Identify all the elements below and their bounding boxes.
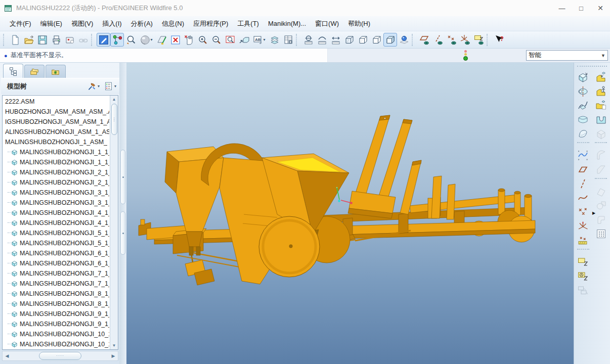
tree-filters-button[interactable]	[87, 81, 100, 91]
annotations-toggle[interactable]	[472, 33, 486, 47]
refit-button[interactable]	[223, 33, 237, 47]
tree-item[interactable]: MALINGSHUBOZHONGJI_4_1_	[3, 218, 109, 228]
favorites-tab[interactable]	[46, 65, 66, 78]
enhanced-realism-button[interactable]	[397, 33, 411, 47]
datum-axis-tool[interactable]	[576, 176, 590, 191]
reorient-button[interactable]	[237, 33, 250, 47]
tree-vertical-scrollbar[interactable]: ▲ ▼	[110, 96, 118, 349]
open-button[interactable]	[22, 33, 35, 47]
datum-plane-tool[interactable]	[576, 162, 590, 176]
tree-item[interactable]: MALINGSHUBOZHONGJI_3_1_	[3, 188, 109, 198]
measure-distance-button[interactable]	[329, 33, 342, 47]
maximize-button[interactable]: □	[572, 2, 591, 15]
datum-points-toggle[interactable]	[445, 33, 458, 47]
tree-item[interactable]: MALINGSHUBOZHONGJI_1_ASM_	[3, 137, 109, 147]
title-bar[interactable]: MALINGSHU2222 (活动的) - Pro/ENGINEER Wildf…	[0, 0, 610, 16]
menu-insert[interactable]: 插入(I)	[98, 17, 126, 30]
zoom-out-button[interactable]	[209, 33, 223, 47]
tree-vscroll-thumb[interactable]	[111, 104, 117, 135]
tree-item[interactable]: HUBOZHONGJI_ASM_ASM_ASM_.A	[3, 107, 109, 117]
assemble-button[interactable]	[594, 70, 608, 84]
tree-columns-button[interactable]	[104, 81, 116, 91]
menu-applications[interactable]: 应用程序(P)	[189, 17, 233, 30]
regeneration-status-icon[interactable]	[462, 50, 468, 61]
datum-csys-toggle[interactable]	[458, 33, 472, 47]
sweep-tool[interactable]	[576, 98, 590, 112]
menu-help[interactable]: 帮助(H)	[343, 17, 375, 30]
pattern-tool[interactable]	[594, 226, 608, 241]
tree-item[interactable]: MALINGSHUBOZHONGJI_8_1_	[3, 289, 109, 299]
minimize-button[interactable]: —	[552, 2, 572, 15]
hidden-line-button[interactable]	[356, 33, 370, 47]
datum-curve-tool[interactable]	[576, 191, 590, 205]
chevron-down-icon[interactable]: ▼	[601, 53, 605, 58]
model-tree-toggle-button[interactable]	[110, 33, 124, 47]
datum-planes-toggle[interactable]	[417, 33, 431, 47]
toolbar-gripper[interactable]	[577, 66, 607, 68]
shell-tool[interactable]	[594, 126, 608, 141]
save-button[interactable]	[35, 33, 49, 47]
3d-model-potato-planter[interactable]	[126, 63, 574, 364]
tree-item[interactable]: MALINGSHUBOZHONGJI_6_1_	[3, 258, 109, 268]
graphics-viewport[interactable]	[126, 63, 574, 364]
scroll-down-icon[interactable]: ▼	[111, 342, 118, 349]
delete-button[interactable]	[168, 33, 182, 47]
scroll-up-icon[interactable]: ▲	[111, 96, 118, 103]
selection-filter-button[interactable]	[97, 33, 110, 47]
menu-view[interactable]: 视图(V)	[67, 17, 98, 30]
flyout-arrow-icon[interactable]: ▶	[592, 211, 595, 215]
tree-item[interactable]: MALINGSHUBOZHONGJI_3_1_	[3, 198, 109, 208]
create-component-button[interactable]	[594, 84, 608, 98]
tree-item[interactable]: MALINGSHUBOZHONGJI_7_1_	[3, 279, 109, 289]
tree-item[interactable]: ALINGSHUBOZHONGJI_ASM_1_ASM	[3, 127, 109, 137]
wireframe-button[interactable]	[342, 33, 356, 47]
menu-manikin[interactable]: Manikin(M)...	[264, 18, 311, 29]
hole-tool[interactable]	[594, 112, 608, 126]
menu-analysis[interactable]: 分析(A)	[126, 17, 157, 30]
tree-item[interactable]: MALINGSHUBOZHONGJI_7_1_	[3, 268, 109, 279]
annotation-review-tool[interactable]	[576, 283, 590, 297]
datum-target-tool[interactable]	[576, 233, 590, 247]
extrude-tool[interactable]	[576, 70, 590, 84]
splitter-sash-handle[interactable]	[120, 150, 125, 204]
folder-browser-tab[interactable]	[24, 65, 45, 78]
shaded-button[interactable]	[383, 33, 397, 47]
tree-item[interactable]: MALINGSHUBOZHONGJI_1_1_	[3, 147, 109, 157]
no-hidden-button[interactable]	[370, 33, 383, 47]
measure-diameter-button[interactable]	[301, 33, 315, 47]
close-button[interactable]: ✕	[591, 2, 610, 15]
view-manager-button[interactable]	[281, 33, 295, 47]
insert-link-button[interactable]	[76, 33, 90, 47]
annotation-display-button[interactable]	[250, 33, 268, 47]
tree-item[interactable]: MALINGSHUBOZHONGJI_2_1_	[3, 167, 109, 177]
boundary-blend-tool[interactable]	[576, 112, 590, 126]
datum-axes-toggle[interactable]	[431, 33, 445, 47]
panel-splitter[interactable]	[119, 63, 126, 364]
menu-edit[interactable]: 编辑(E)	[36, 17, 67, 30]
trim-tool[interactable]	[594, 198, 608, 212]
style-tool[interactable]	[576, 126, 590, 141]
tree-item[interactable]: MALINGSHUBOZHONGJI_9_1_	[3, 309, 109, 319]
measure-arc-button[interactable]	[315, 33, 329, 47]
menu-tools[interactable]: 工具(T)	[233, 17, 264, 30]
tree-item[interactable]: MALINGSHUBOZHONGJI_2_1_	[3, 177, 109, 188]
round-tool[interactable]	[594, 148, 608, 162]
tree-item[interactable]: MALINGSHUBOZHONGJI_4_1_	[3, 208, 109, 218]
chamfer-tool[interactable]	[594, 162, 608, 176]
annotation-tool[interactable]	[576, 255, 590, 269]
new-file-button[interactable]	[8, 33, 22, 47]
scroll-right-icon[interactable]: ▶	[109, 353, 118, 358]
tree-item[interactable]: MALINGSHUBOZHONGJI_10_1	[3, 329, 109, 339]
cancel-button[interactable]	[182, 33, 196, 47]
tree-item[interactable]: MALINGSHUBOZHONGJI_6_1_	[3, 248, 109, 258]
zoom-in-button[interactable]	[196, 33, 209, 47]
find-button[interactable]	[124, 33, 138, 47]
datum-point-tool[interactable]	[576, 205, 590, 219]
sketch-tool[interactable]	[576, 148, 590, 162]
extend-tool[interactable]	[594, 212, 608, 226]
coordinate-system-tool[interactable]	[576, 219, 590, 233]
menu-window[interactable]: 窗口(W)	[311, 17, 343, 30]
selection-filter-dropdown[interactable]: 智能 ▼	[526, 50, 608, 61]
send-email-button[interactable]	[63, 33, 76, 47]
tree-item[interactable]: MALINGSHUBOZHONGJI_9_1_	[3, 319, 109, 329]
